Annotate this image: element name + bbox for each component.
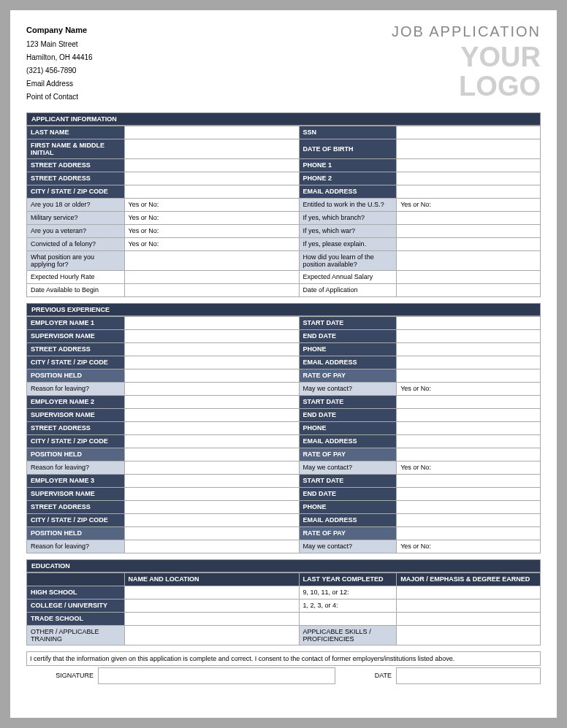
contact2-label: May we contact? [299,461,397,474]
trade-label: TRADE SCHOOL [27,612,125,625]
end1-input[interactable] [397,329,541,342]
position-input[interactable] [124,250,299,270]
city-input[interactable] [124,185,299,198]
email-label: EMAIL ADDRESS [299,185,397,198]
city1e-input[interactable] [124,356,299,369]
explain-label: If yes, please explain. [299,237,397,250]
trade-years-input[interactable] [299,612,397,625]
lastname-input[interactable] [124,126,299,139]
company-info: Company Name 123 Main Street Hamilton, O… [26,23,93,104]
date-input[interactable] [397,667,541,683]
start1-input[interactable] [397,316,541,329]
col-years[interactable]: 1, 2, 3, or 4: [299,599,397,612]
phone2-input[interactable] [397,172,541,185]
city2e-input[interactable] [124,434,299,448]
col-nameloc-input[interactable] [124,599,299,612]
email2e-input[interactable] [397,434,541,448]
skills-input[interactable] [397,625,541,645]
dob-input[interactable] [397,139,541,158]
date-label: DATE [335,667,396,683]
rate2-input[interactable] [397,448,541,461]
contact2-input[interactable]: Yes or No: [397,461,541,474]
reason2-input[interactable] [124,461,299,474]
hourly-label: Expected Hourly Rate [27,270,125,283]
pos3-label: POSITION HELD [27,526,125,540]
ssn-input[interactable] [397,126,541,139]
phone1-label: PHONE 1 [299,158,397,172]
other-input[interactable] [124,625,299,645]
learn-input[interactable] [397,250,541,270]
contact1-input[interactable]: Yes or No: [397,382,541,395]
phone1-input[interactable] [397,158,541,172]
email-input[interactable] [397,185,541,198]
hourly-input[interactable] [124,270,299,283]
addr3e-input[interactable] [124,500,299,513]
pos1-input[interactable] [124,369,299,382]
phone2e-input[interactable] [397,421,541,434]
felony-input[interactable]: Yes or No: [124,237,299,250]
annual-input[interactable] [397,270,541,283]
signature-input[interactable] [98,667,335,683]
pos2-input[interactable] [124,448,299,461]
rate3-input[interactable] [397,526,541,540]
email1e-input[interactable] [397,356,541,369]
end1-label: END DATE [299,329,397,342]
hs-major-input[interactable] [397,586,541,599]
doa-label: Date of Application [299,283,397,296]
addr2e-input[interactable] [124,421,299,434]
addr1-input[interactable] [124,158,299,172]
city1e-label: CITY / STATE / ZIP CODE [27,356,125,369]
mil-input[interactable]: Yes or No: [124,211,299,224]
col-major-input[interactable] [397,599,541,612]
pos1-label: POSITION HELD [27,369,125,382]
col-label: COLLEGE / UNIVERSITY [27,599,125,612]
phone1e-input[interactable] [397,342,541,356]
end3-input[interactable] [397,487,541,500]
end2-input[interactable] [397,408,541,421]
reason3-input[interactable] [124,540,299,553]
qus-input[interactable]: Yes or No: [397,198,541,211]
reason1-input[interactable] [124,382,299,395]
edu-blank-hdr [27,572,125,586]
ssn-label: SSN [299,126,397,139]
sup2-input[interactable] [124,408,299,421]
addr2-label: STREET ADDRESS [27,172,125,185]
q18-input[interactable]: Yes or No: [124,198,299,211]
learn-label: How did you learn of the position availa… [299,250,397,270]
city3e-input[interactable] [124,513,299,526]
app-title: JOB APPLICATION [392,23,541,40]
emp3-label: EMPLOYER NAME 3 [27,474,125,487]
firstname-input[interactable] [124,139,299,158]
emp1-input[interactable] [124,316,299,329]
emp2-input[interactable] [124,395,299,408]
sup3-input[interactable] [124,487,299,500]
explain-input[interactable] [397,237,541,250]
doa-input[interactable] [397,283,541,296]
trade-nameloc-input[interactable] [124,612,299,625]
pos3-input[interactable] [124,526,299,540]
vet-input[interactable]: Yes or No: [124,224,299,237]
hs-years[interactable]: 9, 10, 11, or 12: [299,586,397,599]
edu-nameloc-hdr: NAME AND LOCATION [124,572,299,586]
trade-major-input[interactable] [397,612,541,625]
company-phone: (321) 456-7890 [26,64,93,77]
start2-input[interactable] [397,395,541,408]
sup1-input[interactable] [124,329,299,342]
phone3e-input[interactable] [397,500,541,513]
start3-input[interactable] [397,474,541,487]
branch-input[interactable] [397,211,541,224]
emp3-input[interactable] [124,474,299,487]
addr1e-input[interactable] [124,342,299,356]
rate1-input[interactable] [397,369,541,382]
avail-input[interactable] [124,283,299,296]
document-frame: Company Name 123 Main Street Hamilton, O… [0,0,567,728]
war-input[interactable] [397,224,541,237]
signature-label: SIGNATURE [26,667,98,683]
hs-label: HIGH SCHOOL [27,586,125,599]
contact3-input[interactable]: Yes or No: [397,540,541,553]
addr2-input[interactable] [124,172,299,185]
other-label: OTHER / APPLICABLE TRAINING [27,625,125,645]
email3e-input[interactable] [397,513,541,526]
education-header: EDUCATION [26,559,541,572]
hs-nameloc-input[interactable] [124,586,299,599]
